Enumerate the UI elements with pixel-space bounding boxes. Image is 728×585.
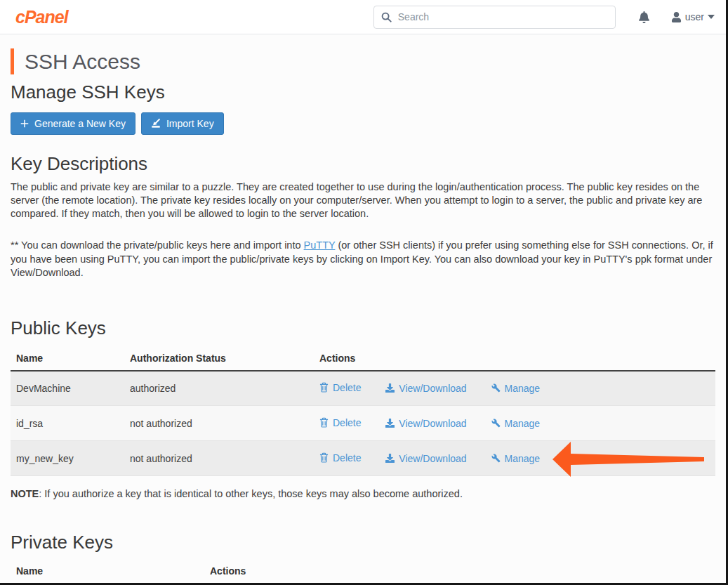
view-download-label: View/Download	[399, 453, 466, 464]
private-keys-table: Name Actions	[11, 559, 715, 584]
manage-link[interactable]: Manage	[491, 453, 541, 464]
search-box[interactable]	[373, 6, 616, 29]
download-icon	[385, 419, 395, 428]
view-download-link[interactable]: View/Download	[385, 418, 466, 429]
bell-icon	[638, 11, 650, 23]
key-descriptions-paragraph-1: The public and private key are similar t…	[11, 180, 715, 221]
private-keys-header-row: Name Actions	[11, 559, 715, 584]
top-bar-right: user	[638, 11, 715, 23]
wrench-icon	[491, 419, 501, 428]
key-actions-toolbar: Generate a New Key Import Key	[11, 112, 715, 135]
public-keys-table: Name Authorization Status Actions DevMac…	[11, 346, 715, 477]
import-key-button[interactable]: Import Key	[141, 112, 224, 135]
putty-link[interactable]: PuTTY	[304, 239, 336, 251]
column-header-actions: Actions	[204, 559, 715, 584]
key-name: DevMachine	[11, 371, 124, 406]
wrench-icon	[491, 383, 501, 393]
manage-ssh-keys-heading: Manage SSH Keys	[11, 81, 715, 103]
key-status: authorized	[124, 371, 314, 406]
manage-label: Manage	[505, 383, 541, 394]
generate-key-button[interactable]: Generate a New Key	[11, 112, 135, 135]
manage-label: Manage	[505, 453, 541, 464]
key-actions: Delete View/Download Manage	[314, 441, 715, 476]
top-bar: cPanel user	[0, 0, 726, 34]
column-header-status: Authorization Status	[124, 346, 314, 371]
view-download-link[interactable]: View/Download	[385, 383, 466, 394]
paragraph-2-pre: ** You can download the private/public k…	[11, 239, 304, 251]
note-label: NOTE	[11, 488, 39, 499]
plus-icon	[20, 119, 29, 128]
delete-label: Delete	[333, 452, 361, 464]
user-menu[interactable]: user	[671, 11, 715, 22]
download-icon	[385, 454, 395, 463]
trash-icon	[319, 452, 329, 463]
table-row: DevMachine authorized Delete View/Downlo…	[11, 371, 715, 406]
view-download-link[interactable]: View/Download	[385, 453, 466, 464]
key-name: id_rsa	[11, 406, 124, 441]
view-download-label: View/Download	[399, 418, 466, 429]
wrench-icon	[491, 454, 501, 463]
page-title: SSH Access	[25, 50, 140, 74]
delete-label: Delete	[333, 382, 361, 393]
trash-icon	[319, 417, 329, 428]
column-header-name: Name	[11, 346, 124, 371]
search-input[interactable]	[398, 11, 608, 22]
private-keys-heading: Private Keys	[11, 532, 715, 553]
key-actions: Delete View/Download Manage	[314, 371, 715, 406]
search-icon	[381, 12, 392, 22]
note-text: : If you authorize a key that is identic…	[39, 488, 463, 499]
delete-link[interactable]: Delete	[319, 417, 361, 428]
view-download-label: View/Download	[399, 383, 466, 394]
download-icon	[385, 383, 395, 393]
authorization-note: NOTE: If you authorize a key that is ide…	[11, 488, 715, 499]
key-name: my_new_key	[11, 441, 124, 476]
trash-icon	[319, 382, 329, 393]
generate-key-label: Generate a New Key	[34, 118, 126, 129]
notifications-button[interactable]	[638, 11, 650, 23]
manage-link[interactable]: Manage	[491, 383, 541, 394]
public-keys-heading: Public Keys	[11, 317, 715, 339]
manage-label: Manage	[505, 418, 541, 429]
import-key-label: Import Key	[166, 118, 214, 129]
key-status: not authorized	[124, 406, 314, 441]
user-menu-label: user	[685, 11, 704, 22]
chevron-down-icon	[708, 15, 715, 19]
key-status: not authorized	[124, 441, 314, 476]
window: cPanel user	[0, 0, 728, 585]
key-actions: Delete View/Download Manage	[314, 406, 715, 441]
delete-link[interactable]: Delete	[319, 382, 361, 393]
manage-link[interactable]: Manage	[491, 418, 541, 429]
import-icon	[151, 119, 161, 129]
key-descriptions-heading: Key Descriptions	[11, 153, 715, 175]
delete-label: Delete	[333, 417, 361, 428]
page-title-row: SSH Access	[11, 48, 715, 74]
column-header-actions: Actions	[314, 346, 715, 371]
table-row: my_new_key not authorized Delete View/Do…	[11, 441, 715, 476]
key-descriptions-paragraph-2: ** You can download the private/public k…	[11, 239, 715, 279]
main-content: SSH Access Manage SSH Keys Generate a Ne…	[0, 34, 726, 584]
public-keys-header-row: Name Authorization Status Actions	[11, 346, 715, 371]
cpanel-logo: cPanel	[11, 7, 68, 27]
user-icon	[671, 12, 682, 22]
public-keys-table-wrap: Name Authorization Status Actions DevMac…	[11, 346, 715, 477]
column-header-name: Name	[11, 559, 204, 584]
accent-bar	[11, 48, 14, 74]
delete-link[interactable]: Delete	[319, 452, 361, 464]
table-row: id_rsa not authorized Delete View/Downlo…	[11, 406, 715, 441]
